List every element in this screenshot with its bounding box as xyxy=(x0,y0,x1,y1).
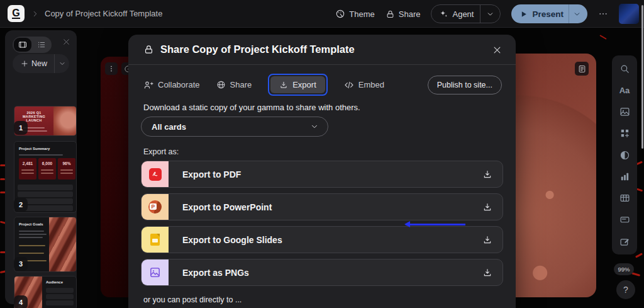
export-row-label: Export as PNGs xyxy=(169,268,472,278)
google-slides-icon xyxy=(142,226,169,253)
theme-button[interactable]: Theme xyxy=(335,9,374,19)
user-avatar[interactable] xyxy=(619,4,639,24)
modal-title: Share Copy of Project Kickoff Template xyxy=(160,43,355,55)
export-powerpoint-row[interactable]: P Export to PowerPoint xyxy=(141,193,503,220)
export-google-slides-row[interactable]: Export to Google Slides xyxy=(141,226,503,253)
cards-range-value: All cards xyxy=(152,122,186,132)
thumb3-title: Project Goals xyxy=(19,222,43,226)
slide-number-badge: 3 xyxy=(14,257,28,271)
card-view-button[interactable] xyxy=(14,38,31,52)
tab-export[interactable]: Export xyxy=(270,76,325,93)
cards-range-select[interactable]: All cards xyxy=(141,117,328,137)
app-screen: G Copy of Project Kickoff Template Theme… xyxy=(0,0,644,308)
export-description: Download a static copy of your gamma to … xyxy=(143,103,360,112)
download-icon[interactable] xyxy=(472,202,502,212)
text-style-icon[interactable]: Aa xyxy=(619,84,630,96)
card-list-sidebar: New 2026 Q1 MARKETING LAUNCH 1 Project S… xyxy=(5,30,77,304)
present-label: Present xyxy=(532,9,564,19)
red-streak xyxy=(599,35,606,40)
card-layout-icon[interactable] xyxy=(619,214,630,225)
gamma-logo-letter: G xyxy=(12,9,19,19)
download-icon[interactable] xyxy=(472,235,502,245)
card-notes-button[interactable] xyxy=(575,62,589,76)
agent-button-group: Agent xyxy=(431,4,501,23)
agent-dropdown-button[interactable] xyxy=(480,5,500,23)
list-view-button[interactable] xyxy=(33,38,50,52)
document-title: Copy of Project Kickoff Template xyxy=(45,9,162,18)
thumb2-title: Project Summary xyxy=(19,147,50,151)
theme-palette-icon xyxy=(335,9,345,19)
annotation-arrow xyxy=(406,224,465,225)
present-dropdown-button[interactable] xyxy=(569,4,587,23)
tab-embed[interactable]: Embed xyxy=(344,80,384,90)
play-icon xyxy=(519,10,528,18)
export-as-label: Export as: xyxy=(143,147,179,156)
theme-toggle-icon[interactable] xyxy=(619,149,630,161)
agent-label: Agent xyxy=(452,9,474,19)
pdf-icon xyxy=(142,161,169,188)
lock-icon xyxy=(143,44,154,55)
share-tabs: Collaborate Share Export Embed xyxy=(143,74,384,96)
code-icon xyxy=(344,80,354,90)
slide-number-badge: 1 xyxy=(14,121,28,135)
breadcrumb-chevron-icon xyxy=(31,9,40,18)
present-button[interactable]: Present xyxy=(511,4,569,23)
globe-icon xyxy=(216,80,226,89)
red-streak xyxy=(0,178,5,180)
zoom-level-badge[interactable]: 99% xyxy=(614,263,634,275)
share-label: Share xyxy=(399,9,421,19)
view-toggle xyxy=(13,37,52,53)
person-add-icon xyxy=(143,80,153,90)
export-row-label: Export to PowerPoint xyxy=(169,202,472,212)
gamma-logo[interactable]: G xyxy=(8,5,25,22)
export-row-label: Export to PDF xyxy=(169,169,472,180)
modal-divider xyxy=(128,64,516,65)
new-card-button[interactable]: New xyxy=(13,54,54,73)
new-card-dropdown-button[interactable] xyxy=(54,54,69,73)
share-button[interactable]: Share xyxy=(386,9,421,19)
new-card-button-group: New xyxy=(13,54,69,73)
modal-footer-text: or you can post directly to ... xyxy=(143,295,242,304)
edit-icon[interactable] xyxy=(619,236,630,247)
slide-number-badge: 2 xyxy=(14,198,28,212)
top-toolbar: G Copy of Project Kickoff Template Theme… xyxy=(0,0,644,28)
red-streak xyxy=(635,253,643,258)
download-icon xyxy=(279,81,288,89)
share-modal: Share Copy of Project Kickoff Template C… xyxy=(128,35,516,308)
thumb3-image xyxy=(49,217,77,272)
new-card-label: New xyxy=(31,59,47,68)
search-icon[interactable] xyxy=(619,63,630,74)
tab-label: Embed xyxy=(358,80,384,89)
export-pdf-row[interactable]: Export to PDF xyxy=(141,161,503,188)
tab-share[interactable]: Share xyxy=(216,80,252,89)
agent-button[interactable]: Agent xyxy=(431,5,480,23)
chart-icon[interactable] xyxy=(619,171,630,182)
table-icon[interactable] xyxy=(619,193,630,204)
publish-to-site-button[interactable]: Publish to site... xyxy=(428,76,502,94)
sparkle-icon xyxy=(439,9,448,19)
help-button[interactable]: ? xyxy=(616,280,635,299)
red-streak xyxy=(636,188,643,192)
thumb4-title: Audience xyxy=(46,280,63,284)
tab-label: Share xyxy=(230,80,252,89)
theme-label: Theme xyxy=(349,9,374,19)
more-options-button[interactable] xyxy=(598,9,608,19)
tab-label: Export xyxy=(292,80,316,89)
insert-toolbar: Aa xyxy=(612,55,637,254)
lock-icon xyxy=(386,9,395,19)
card-kebab-menu-button[interactable] xyxy=(105,62,118,75)
download-icon[interactable] xyxy=(472,268,502,278)
modal-close-button[interactable] xyxy=(490,43,504,57)
image-icon[interactable] xyxy=(619,106,630,118)
chevron-down-icon xyxy=(310,122,319,131)
png-image-icon xyxy=(142,259,169,286)
export-pngs-row[interactable]: Export as PNGs xyxy=(141,259,503,286)
tab-collaborate[interactable]: Collaborate xyxy=(143,80,200,90)
download-icon[interactable] xyxy=(472,169,502,180)
present-button-group: Present xyxy=(511,4,587,23)
powerpoint-icon: P xyxy=(142,193,169,220)
thumb1-image xyxy=(53,106,77,136)
page-scrollbar[interactable] xyxy=(641,5,643,149)
add-blocks-icon[interactable] xyxy=(619,128,630,139)
sidebar-close-button[interactable] xyxy=(62,38,70,46)
